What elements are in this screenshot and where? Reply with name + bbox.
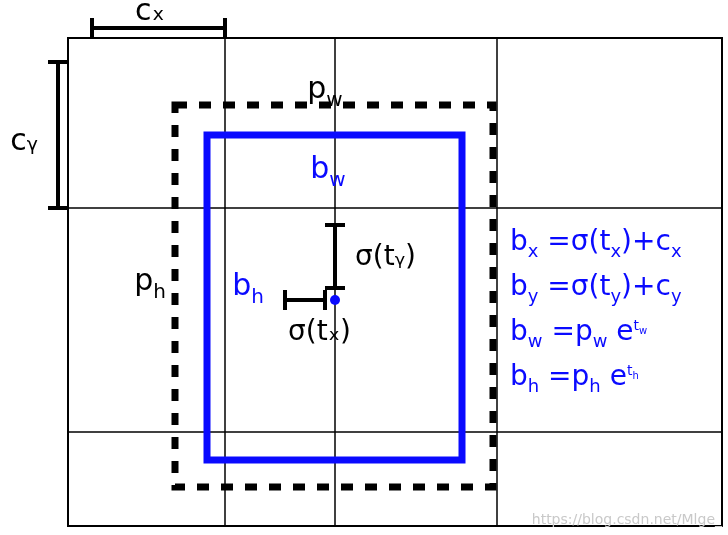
sigma-tx-bracket xyxy=(285,290,325,310)
watermark: https://blog.csdn.net/Mlge_ xyxy=(532,511,722,527)
svg-text:bw
      =pw
      etw: bw =pw etw xyxy=(510,314,647,354)
svg-text:by
      =σ(ty)+cy: by =σ(ty)+cy xyxy=(510,269,682,309)
bh-label: bh xyxy=(232,267,264,308)
cy-label: cᵧ xyxy=(10,122,38,157)
sigma-ty-label: σ(tᵧ) xyxy=(355,239,416,272)
bw-label: bw xyxy=(310,150,345,191)
center-point xyxy=(330,295,340,305)
cy-bracket xyxy=(48,62,68,208)
cx-label: cₓ xyxy=(135,0,165,27)
pw-label: pw xyxy=(307,70,342,111)
sigma-tx-label: σ(tₓ) xyxy=(288,314,351,347)
sigma-ty-bracket xyxy=(325,225,345,288)
svg-text:bx
      =σ(tx)+cx: bx =σ(tx)+cx xyxy=(510,224,682,264)
svg-text:bh
      =ph
      eth: bh =ph eth xyxy=(510,359,639,399)
equations-block: bx =σ(tx)+cx by =σ(ty)+cy bw =pw etw bh … xyxy=(510,224,682,399)
ph-label: ph xyxy=(134,262,166,303)
